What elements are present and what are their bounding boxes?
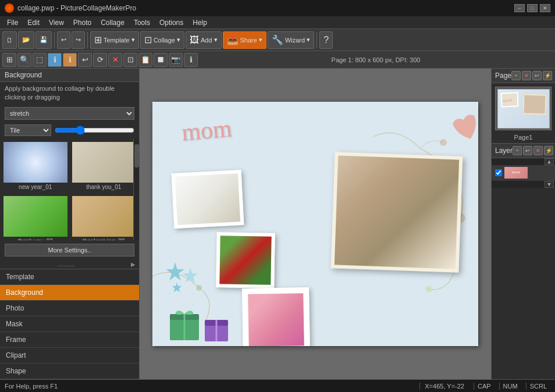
layer-add-button[interactable]: + <box>513 146 522 155</box>
wizard-label: Wizard <box>285 37 305 44</box>
tile-select[interactable]: Tile <box>5 124 51 136</box>
photo-frame-3[interactable] <box>216 232 275 288</box>
minimize-button[interactable]: − <box>514 4 525 12</box>
menu-view[interactable]: View <box>44 17 69 28</box>
menu-photo[interactable]: Photo <box>69 17 96 28</box>
photo-button[interactable]: 📷 <box>169 53 183 67</box>
page-panel-title: Page <box>495 72 511 80</box>
collage-label: Collage <box>154 37 175 44</box>
toolbar-sep-3 <box>316 32 317 48</box>
help-text: For Help, press F1 <box>5 383 415 390</box>
photo-frame-1[interactable] <box>172 170 244 229</box>
panel-header: Background <box>0 69 139 82</box>
main-layout: Background Apply background to collage b… <box>0 69 555 379</box>
sidebar-item-clipart[interactable]: Clipart <box>0 348 139 364</box>
layer-panel-title: Layer <box>495 147 513 155</box>
menu-edit[interactable]: Edit <box>23 17 44 28</box>
grid-button[interactable]: ⊞ <box>2 53 16 67</box>
share-icon: 📤 <box>227 34 239 45</box>
layer-item-1[interactable]: mom <box>492 165 555 181</box>
page-thumbnail[interactable]: mom <box>495 87 552 130</box>
layer-visibility-1[interactable] <box>495 169 502 176</box>
layer-close-button[interactable]: ✕ <box>533 146 543 155</box>
mom-text: mom <box>180 114 233 146</box>
rotate-right-button[interactable]: ⟳ <box>93 53 107 67</box>
bg-item-thankyou2[interactable]: thank you_02 <box>2 195 69 240</box>
wizard-button[interactable]: 🔧 Wizard ▾ <box>268 31 314 49</box>
close-button[interactable]: ✕ <box>540 4 550 12</box>
layer-scroll-down[interactable]: ▼ <box>545 181 554 188</box>
zoom-button[interactable]: 🔍 <box>17 53 31 67</box>
panel-description: Apply background to collage by double cl… <box>0 82 139 105</box>
menu-options[interactable]: Options <box>155 17 188 28</box>
tile-slider[interactable] <box>55 126 134 135</box>
redo-button[interactable]: ↪ <box>72 31 85 49</box>
add-button[interactable]: 🖼 Add ▾ <box>186 31 222 49</box>
title-bar-left: collage.pwp - PictureCollageMakerPro <box>5 3 136 13</box>
stretch-dropdown[interactable]: stretch <box>5 107 134 120</box>
add-arrow-icon: ▾ <box>214 36 218 44</box>
collage-button[interactable]: ⊡ Collage ▾ <box>140 31 184 49</box>
menu-help[interactable]: Help <box>188 17 212 28</box>
sidebar-item-template[interactable]: Template <box>0 269 139 285</box>
more-settings-button[interactable]: More Settings.. <box>5 244 134 256</box>
layer-thumb-1: mom <box>504 167 528 179</box>
template-button[interactable]: ⊞ Template ▾ <box>90 31 139 49</box>
select-button[interactable]: ⬚ <box>33 53 47 67</box>
new-icon: 🗋 <box>6 37 13 44</box>
page-flash-button[interactable]: ⚡ <box>543 71 552 80</box>
open-button[interactable]: 📂 <box>18 31 34 49</box>
delete-button[interactable]: ✕ <box>108 53 122 67</box>
page-undo-button[interactable]: ↩ <box>532 71 542 80</box>
page-label: Page1 <box>492 134 555 141</box>
sidebar-item-frame[interactable]: Frame <box>0 332 139 348</box>
collage-canvas[interactable]: mom <box>152 102 478 346</box>
bg-item-thankyou1[interactable]: thank you_01 <box>71 141 137 193</box>
fit-button[interactable]: ⊡ <box>123 53 137 67</box>
save-button[interactable]: 💾 <box>35 31 52 49</box>
layer-panel-header: Layer + ↩ ✕ ⚡ <box>492 144 555 158</box>
expand-arrow: ▶ <box>131 261 136 268</box>
layer-undo-button[interactable]: ↩ <box>523 146 532 155</box>
bg-grid-scrollbar[interactable] <box>133 138 139 240</box>
sidebar-items: Template Background Photo Mask Frame Cli… <box>0 269 139 379</box>
menu-collage[interactable]: Collage <box>96 17 129 28</box>
coordinates: X=465, Y=-22 <box>419 383 469 390</box>
maximize-button[interactable]: □ <box>527 4 538 12</box>
stretch-select[interactable]: stretch <box>5 107 134 120</box>
menu-file[interactable]: File <box>2 17 23 28</box>
page-add-button[interactable]: + <box>511 71 521 80</box>
bg-label-thankyou2: thank you_02 <box>3 237 67 240</box>
layer-scroll-up[interactable]: ▲ <box>545 158 554 165</box>
title-bar: collage.pwp - PictureCollageMakerPro − □… <box>0 0 555 16</box>
rotate-left-button[interactable]: ↩ <box>78 53 92 67</box>
copy-button[interactable]: 📋 <box>138 53 152 67</box>
left-panel: Background Apply background to collage b… <box>0 69 140 379</box>
bg-item-thanksgiving[interactable]: thanksgiving_00 <box>71 195 137 240</box>
undo-button[interactable]: ↩ <box>57 31 70 49</box>
sidebar-item-photo[interactable]: Photo <box>0 301 139 316</box>
page-close-button[interactable]: ✕ <box>522 71 531 80</box>
crop-button[interactable]: 🔲 <box>154 53 168 67</box>
info-button-2[interactable]: ℹ <box>63 53 77 67</box>
menu-tools[interactable]: Tools <box>129 17 155 28</box>
sidebar-item-mask[interactable]: Mask <box>0 316 139 332</box>
save-icon: 💾 <box>40 36 48 44</box>
new-button[interactable]: 🗋 <box>2 31 17 49</box>
page-panel-header: Page + ✕ ↩ ⚡ <box>492 69 555 83</box>
help-icon: ? <box>323 35 329 45</box>
layer-flash-button[interactable]: ⚡ <box>544 146 553 155</box>
bg-item-newyear[interactable]: new year_01 <box>2 141 69 193</box>
info-button-1[interactable]: ℹ <box>48 53 62 67</box>
photo-frame-2[interactable] <box>331 152 463 273</box>
undo-icon: ↩ <box>61 36 66 44</box>
open-icon: 📂 <box>22 36 30 44</box>
scrollbar-thumb <box>134 144 139 168</box>
expand-row: ........... ▶ <box>0 260 139 269</box>
photo-frame-4[interactable] <box>242 287 310 346</box>
sidebar-item-background[interactable]: Background <box>0 285 139 301</box>
info-button-3[interactable]: ℹ <box>184 53 198 67</box>
help-button[interactable]: ? <box>319 31 333 49</box>
sidebar-item-shape[interactable]: Shape <box>0 364 139 379</box>
share-button[interactable]: 📤 Share ▾ <box>223 31 266 49</box>
